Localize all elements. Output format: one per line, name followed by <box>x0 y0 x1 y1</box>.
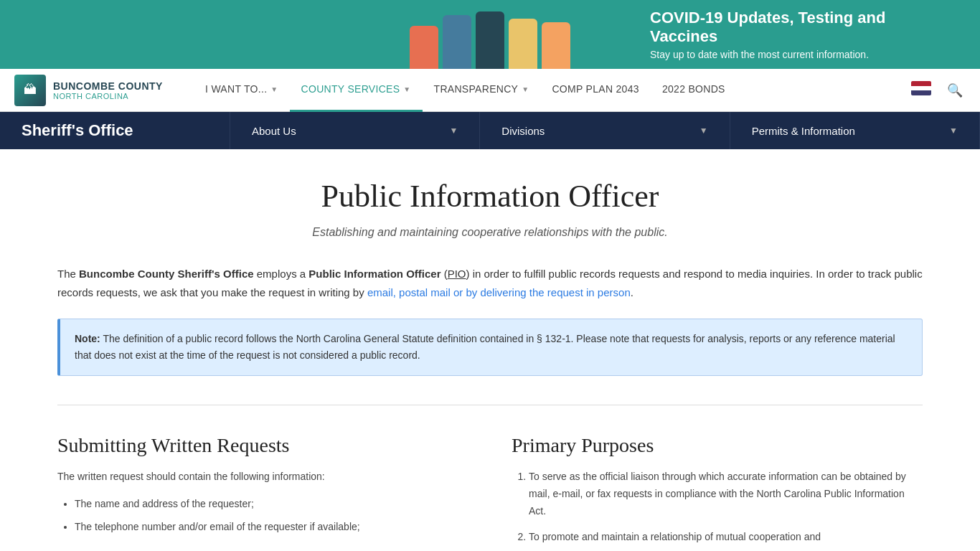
sec-nav-arrow-1: ▼ <box>699 126 708 136</box>
purpose-item-2: To promote and maintain a relationship o… <box>529 529 923 546</box>
main-navigation: 🏔 BUNCOMBE COUNTY NORTH CAROLINA I WANT … <box>0 69 980 112</box>
list-item-phone-email: The telephone number and/or email of the… <box>75 519 468 536</box>
sec-nav-label-permits: Permits & Information <box>752 125 855 137</box>
secondary-navigation: Sheriff's Office About Us ▼ Divisions ▼ … <box>0 112 980 149</box>
figure-1 <box>410 26 438 69</box>
search-icon: 🔍 <box>947 83 963 98</box>
logo-icon: 🏔 <box>14 75 46 106</box>
page-title: Public Information Officer <box>57 178 923 215</box>
sec-nav-arrow-2: ▼ <box>949 126 958 136</box>
figure-4 <box>509 19 537 69</box>
county-name: BUNCOMBE COUNTY <box>53 80 163 92</box>
search-button[interactable]: 🔍 <box>944 80 966 101</box>
sec-nav-divisions[interactable]: Divisions ▼ <box>479 112 729 149</box>
intro-end: . <box>631 286 633 298</box>
pio-abbreviation: PIO <box>448 268 466 280</box>
primary-purposes-section: Primary Purposes To serve as the officia… <box>512 434 923 551</box>
nav-icons: 🔍 <box>908 78 966 102</box>
written-requests-intro: The written request should contain the f… <box>57 468 468 486</box>
nav-item-county-services[interactable]: COUNTY SERVICES ▼ <box>290 69 423 112</box>
nav-label-bonds: 2022 BONDS <box>662 83 725 95</box>
intro-bold-org: Buncombe County Sheriff's Office <box>79 268 254 280</box>
sheriff-office-title: Sheriff's Office <box>0 112 230 149</box>
covid-subtitle: Stay up to date with the most current in… <box>650 49 951 60</box>
figure-3 <box>476 11 504 69</box>
nav-links: I WANT TO... ▼ COUNTY SERVICES ▼ TRANSPA… <box>194 69 908 112</box>
sec-nav-label-divisions: Divisions <box>501 125 545 137</box>
sec-nav-arrow-0: ▼ <box>449 126 458 136</box>
covid-title: COVID-19 Updates, Testing and Vaccines <box>650 9 951 46</box>
language-button[interactable] <box>908 78 934 102</box>
nav-label-county-services: COUNTY SERVICES <box>301 83 400 95</box>
figure-5 <box>542 22 570 69</box>
page-subtitle: Establishing and maintaining cooperative… <box>57 226 923 239</box>
intro-text-part1: The <box>57 268 79 280</box>
state-name: NORTH CAROLINA <box>53 92 163 100</box>
banner-illustration <box>410 11 570 69</box>
nav-item-bonds[interactable]: 2022 BONDS <box>651 69 737 112</box>
note-label: Note: <box>75 333 100 344</box>
site-logo[interactable]: 🏔 BUNCOMBE COUNTY NORTH CAROLINA <box>14 75 172 106</box>
nav-arrow-2: ▼ <box>522 85 529 93</box>
written-requests-title: Submitting Written Requests <box>57 434 468 457</box>
note-content: The definition of a public record follow… <box>75 333 895 361</box>
nav-label-transparency: TRANSPARENCY <box>434 83 519 95</box>
main-content: Public Information Officer Establishing … <box>0 149 980 551</box>
written-requests-list: The name and address of the requester; T… <box>57 496 468 536</box>
sec-nav-label-about-us: About Us <box>252 125 296 137</box>
secondary-nav-links: About Us ▼ Divisions ▼ Permits & Informa… <box>230 112 980 149</box>
section-divider <box>57 405 923 405</box>
figure-2 <box>443 15 471 69</box>
nav-arrow-0: ▼ <box>270 85 278 93</box>
intro-text-part2: employs a <box>254 268 309 280</box>
primary-purposes-list: To serve as the official liaison through… <box>512 468 923 545</box>
nav-arrow-1: ▼ <box>403 85 410 93</box>
sec-nav-about-us[interactable]: About Us ▼ <box>230 112 479 149</box>
two-column-section: Submitting Written Requests The written … <box>57 434 923 551</box>
intro-bold-role: Public Information Officer <box>308 268 440 280</box>
note-box: Note: The definition of a public record … <box>57 319 923 376</box>
written-requests-section: Submitting Written Requests The written … <box>57 434 468 551</box>
sec-nav-permits[interactable]: Permits & Information ▼ <box>730 112 980 149</box>
nav-item-transparency[interactable]: TRANSPARENCY ▼ <box>423 69 541 112</box>
logo-text: BUNCOMBE COUNTY NORTH CAROLINA <box>53 80 163 100</box>
language-icon <box>911 81 931 95</box>
intro-paragraph: The Buncombe County Sheriff's Office emp… <box>57 265 923 301</box>
nav-label-i-want-to: I WANT TO... <box>205 83 267 95</box>
nav-item-i-want-to[interactable]: I WANT TO... ▼ <box>194 69 290 112</box>
nav-item-comp-plan[interactable]: COMP PLAN 2043 <box>540 69 650 112</box>
nav-label-comp-plan: COMP PLAN 2043 <box>552 83 639 95</box>
contact-link[interactable]: email, postal mail or by delivering the … <box>367 286 631 298</box>
primary-purposes-title: Primary Purposes <box>512 434 923 457</box>
purpose-item-1: To serve as the official liaison through… <box>529 468 923 519</box>
covid-announcement[interactable]: COVID-19 Updates, Testing and Vaccines S… <box>650 9 951 60</box>
top-banner: COVID-19 Updates, Testing and Vaccines S… <box>0 0 980 69</box>
list-item-name-address: The name and address of the requester; <box>75 496 468 513</box>
